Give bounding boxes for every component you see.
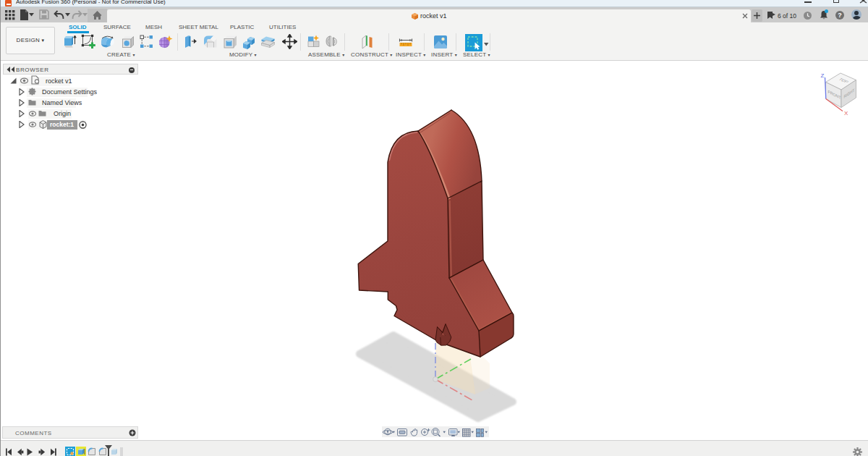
svg-text:X: X [844,110,848,117]
svg-text:Z: Z [821,72,825,79]
